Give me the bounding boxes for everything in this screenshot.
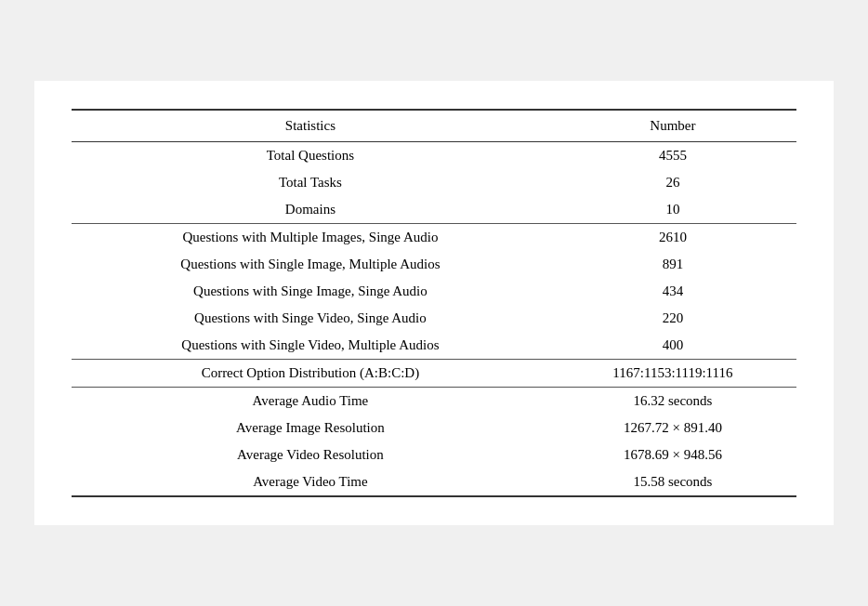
col-statistics-header: Statistics [72,110,549,142]
stat-cell: Domains [72,196,549,224]
value-cell: 400 [549,332,796,360]
table-row: Total Tasks26 [72,169,796,196]
table-row: Average Audio Time16.32 seconds [72,388,796,415]
stat-cell: Average Video Time [72,468,549,496]
table-row: Questions with Multiple Images, Singe Au… [72,224,796,252]
stat-cell: Questions with Single Video, Multiple Au… [72,332,549,360]
table-row: Average Video Time15.58 seconds [72,468,796,496]
value-cell: 10 [549,196,796,224]
value-cell: 1678.69 × 948.56 [549,441,796,468]
stat-cell: Questions with Singe Video, Singe Audio [72,305,549,332]
value-cell: 220 [549,305,796,332]
table-row: Total Questions4555 [72,142,796,170]
table-row: Correct Option Distribution (A:B:C:D)116… [72,360,796,388]
value-cell: 891 [549,251,796,278]
table-row: Domains10 [72,196,796,224]
value-cell: 434 [549,278,796,305]
table-header-row: Statistics Number [72,110,796,142]
stat-cell: Total Questions [72,142,549,170]
value-cell: 1267.72 × 891.40 [549,415,796,441]
statistics-table: Statistics Number Total Questions4555Tot… [72,109,796,497]
table-row: Questions with Single Video, Multiple Au… [72,332,796,360]
value-cell: 1167:1153:1119:1116 [549,360,796,388]
stat-cell: Total Tasks [72,169,549,196]
col-number-header: Number [549,110,796,142]
table-row: Questions with Singe Video, Singe Audio2… [72,305,796,332]
stat-cell: Questions with Single Image, Multiple Au… [72,251,549,278]
value-cell: 26 [549,169,796,196]
value-cell: 15.58 seconds [549,468,796,496]
stat-cell: Questions with Singe Image, Singe Audio [72,278,549,305]
value-cell: 16.32 seconds [549,388,796,415]
stat-cell: Correct Option Distribution (A:B:C:D) [72,360,549,388]
table-row: Questions with Single Image, Multiple Au… [72,251,796,278]
value-cell: 2610 [549,224,796,252]
stat-cell: Average Video Resolution [72,441,549,468]
stat-cell: Questions with Multiple Images, Singe Au… [72,224,549,252]
table-row: Average Video Resolution1678.69 × 948.56 [72,441,796,468]
stat-cell: Average Image Resolution [72,415,549,441]
table-row: Average Image Resolution1267.72 × 891.40 [72,415,796,441]
value-cell: 4555 [549,142,796,170]
table-row: Questions with Singe Image, Singe Audio4… [72,278,796,305]
statistics-table-container: Statistics Number Total Questions4555Tot… [34,81,834,525]
stat-cell: Average Audio Time [72,388,549,415]
